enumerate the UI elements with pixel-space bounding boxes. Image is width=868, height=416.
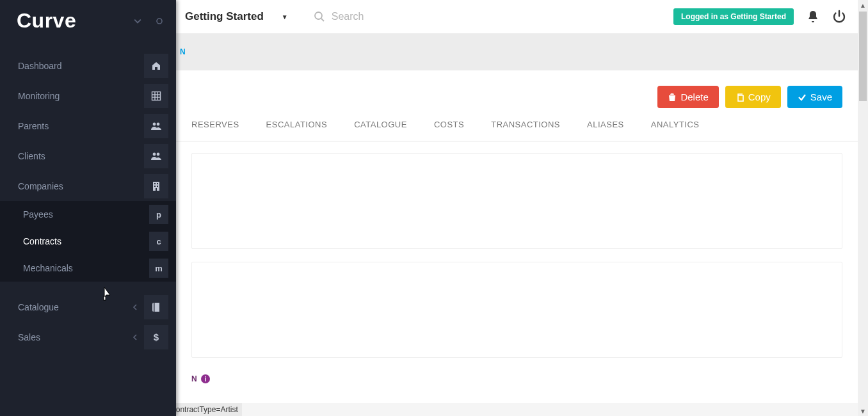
check-icon — [798, 93, 807, 102]
chevron-left-icon — [133, 334, 138, 340]
button-label: Copy — [748, 92, 771, 102]
svg-rect-16 — [154, 303, 155, 312]
section-label: N i — [176, 369, 858, 383]
scroll-down-icon[interactable]: ▼ — [858, 406, 868, 416]
sidebar-item-label: Payees — [23, 209, 149, 220]
svg-line-18 — [321, 19, 324, 21]
group-icon — [144, 144, 168, 168]
svg-rect-1 — [152, 92, 161, 100]
panels — [176, 141, 858, 369]
brand-logo: Curve — [17, 9, 76, 33]
letter-icon: p — [149, 205, 168, 224]
svg-point-17 — [315, 12, 322, 19]
svg-point-0 — [157, 19, 162, 24]
chevron-down-icon[interactable] — [134, 17, 141, 25]
panel-1 — [191, 153, 842, 249]
svg-rect-15 — [156, 188, 157, 191]
svg-rect-14 — [157, 186, 158, 187]
dollar-icon: $ — [144, 325, 168, 349]
tab-reserves[interactable]: RESERVES — [191, 120, 239, 134]
scrollbar-vertical[interactable]: ▲ ▼ — [858, 0, 868, 416]
page-title: Getting Started — [185, 10, 264, 23]
group-icon — [144, 114, 168, 138]
sidebar-item-parents[interactable]: Parents — [0, 111, 176, 141]
tabs: RESERVES ESCALATIONS CATALOGUE COSTS TRA… — [176, 120, 858, 141]
sidebar-item-label: Dashboard — [18, 61, 144, 71]
scroll-up-icon[interactable]: ▲ — [858, 0, 868, 10]
circle-icon[interactable] — [156, 17, 163, 25]
section-label-text: N — [191, 374, 197, 383]
bell-icon[interactable] — [807, 10, 819, 24]
page-selector[interactable]: Getting Started ▼ — [185, 10, 288, 23]
copy-icon — [735, 93, 744, 102]
action-bar: Delete Copy Save — [176, 70, 858, 120]
letter-icon: c — [149, 232, 168, 251]
svg-rect-19 — [738, 95, 743, 101]
svg-point-7 — [157, 122, 160, 125]
book-icon — [144, 295, 168, 319]
button-label: Save — [810, 92, 832, 102]
sidebar-item-label: Mechanicals — [23, 263, 149, 273]
delete-button[interactable]: Delete — [657, 86, 718, 108]
svg-rect-11 — [154, 183, 156, 184]
save-button[interactable]: Save — [787, 86, 842, 108]
panel-2 — [191, 262, 842, 358]
sidebar-subitem-payees[interactable]: Payees p — [0, 201, 176, 228]
search-input[interactable]: Search — [314, 11, 364, 22]
svg-point-9 — [157, 152, 160, 156]
sidebar-item-label: Monitoring — [18, 91, 144, 101]
sidebar-item-label: Clients — [18, 151, 144, 161]
sidebar-item-label: Companies — [18, 181, 144, 191]
power-icon[interactable] — [832, 10, 846, 24]
sidebar-item-label: Sales — [18, 332, 133, 342]
sidebar-subitem-contracts[interactable]: Contracts c — [0, 228, 176, 255]
button-label: Delete — [680, 92, 708, 102]
sidebar-item-sales[interactable]: Sales $ — [0, 322, 176, 352]
breadcrumb-strip: N — [176, 33, 858, 70]
info-icon[interactable]: i — [201, 374, 210, 383]
home-icon — [144, 54, 168, 78]
search-icon — [314, 11, 325, 22]
tab-analytics[interactable]: ANALYTICS — [651, 120, 700, 134]
logo-area: Curve — [0, 0, 176, 45]
sidebar: Curve Dashboard Monitoring Parents — [0, 0, 176, 416]
search-placeholder: Search — [332, 11, 364, 22]
sidebar-item-monitoring[interactable]: Monitoring — [0, 81, 176, 111]
svg-rect-12 — [157, 183, 158, 184]
tab-aliases[interactable]: ALIASES — [587, 120, 624, 134]
sidebar-subitem-mechanicals[interactable]: Mechanicals m — [0, 255, 176, 282]
svg-rect-13 — [154, 186, 156, 187]
letter-icon: m — [149, 259, 168, 278]
logo-controls — [134, 17, 163, 25]
login-badge[interactable]: Logged in as Getting Started — [673, 8, 794, 25]
copy-button[interactable]: Copy — [725, 86, 781, 108]
tab-transactions[interactable]: TRANSACTIONS — [491, 120, 560, 134]
svg-point-8 — [153, 152, 156, 156]
svg-rect-20 — [104, 296, 106, 300]
cursor-icon — [99, 287, 112, 302]
breadcrumb[interactable]: N — [180, 47, 186, 56]
sidebar-item-label: Contracts — [23, 236, 149, 246]
tab-escalations[interactable]: ESCALATIONS — [266, 120, 328, 134]
tab-catalogue[interactable]: CATALOGUE — [354, 120, 407, 134]
tab-costs[interactable]: COSTS — [434, 120, 464, 134]
grid-icon — [144, 84, 168, 108]
chevron-left-icon — [133, 304, 138, 310]
sidebar-item-label: Catalogue — [18, 302, 133, 312]
svg-point-6 — [153, 122, 156, 125]
scroll-thumb[interactable] — [859, 12, 867, 101]
nav: Dashboard Monitoring Parents Clients Com — [0, 45, 176, 352]
sidebar-item-clients[interactable]: Clients — [0, 141, 176, 171]
sidebar-item-label: Parents — [18, 121, 144, 131]
sidebar-item-dashboard[interactable]: Dashboard — [0, 51, 176, 81]
building-icon — [144, 174, 168, 198]
main-content: Delete Copy Save RESERVES ESCALATIONS CA… — [176, 70, 858, 403]
sidebar-item-companies[interactable]: Companies — [0, 171, 176, 201]
topbar: Getting Started ▼ Search Logged in as Ge… — [176, 0, 858, 33]
caret-down-icon: ▼ — [282, 13, 288, 20]
trash-icon — [668, 93, 677, 102]
sidebar-item-catalogue[interactable]: Catalogue — [0, 292, 176, 322]
